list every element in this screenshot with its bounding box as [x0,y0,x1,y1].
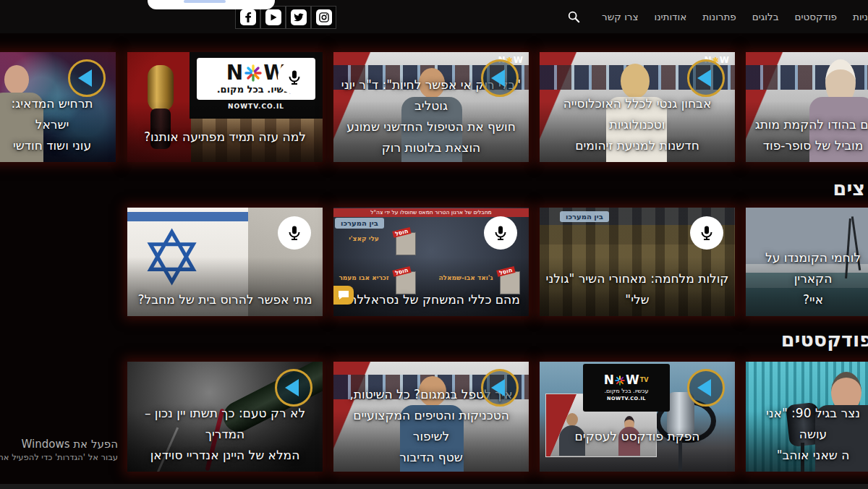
now-logo-site: NOWTV.CO.IL [607,396,646,401]
infographic-name: עלי קאצ'י [335,235,393,242]
now-logo: N [226,63,286,83]
menu-item-programs[interactable]: ניות [853,11,868,22]
video-card[interactable]: N ✱ W "בלי רוק אי אפשר לחיות": ד"ר יוני … [333,52,529,162]
play-button[interactable] [481,369,519,407]
listen-button[interactable] [690,216,723,250]
podcast-card[interactable]: לוחמי הקומנדו על הקארין איי? [746,208,868,316]
video-card[interactable]: N ✱ W אבחון גנטי לכלל האוכלוסייה וטכנולו… [540,52,735,162]
podcast-card[interactable]: מחבלים של ארגון הטרור חמאס שחוסלו על ידי… [333,208,529,316]
twitter-icon [291,9,307,25]
top-navigation-bar: ניות פודקסטים בלוגים פתרונות אודותינו צר… [0,0,868,33]
series-badge: בין המערכו [560,211,609,222]
play-button[interactable] [275,369,312,407]
video-card[interactable]: ים בהודו להקמת מותג מוביל של סופר-פוד [746,52,868,162]
video-card[interactable]: N [127,52,323,162]
menu-item-about[interactable]: אודותינו [654,11,686,22]
card-caption: אבחון גנטי לכלל האוכלוסייה וטכנולוגיות ח… [540,93,735,156]
card-caption: לא רק טעם: כך תשתו יין נכון – המדריך המל… [127,403,323,466]
carousel-row-2: ✡ מתי אפשר להרוס בית של מחבל? מחבלים של … [0,208,868,316]
search-icon [567,10,580,23]
menu-item-solutions[interactable]: פתרונות [702,11,736,22]
play-icon [78,69,92,87]
now-logo-star-icon [244,64,262,82]
podcast-card[interactable]: לא רק טעם: כך תשתו יין נכון – המדריך המל… [127,362,323,472]
podcast-card[interactable]: N W TV [540,362,735,472]
windows-activation-notice: הפעל את Windows עבור אל 'הגדרות' כדי להפ… [0,437,118,463]
video-card[interactable]: תרחיש המדאיג: ישראל עוני ושוד חודשי [0,52,116,162]
instagram-icon [316,9,332,25]
play-button[interactable] [687,369,725,407]
card-caption: קולות מלחמה: מאחורי השיר "גולני שלי" [540,268,735,310]
play-button[interactable] [481,59,519,97]
carousel-row-1: תרחיש המדאיג: ישראל עוני ושוד חודשי N [0,52,868,162]
card-caption: מהם כללי המשחק של נסראללה? [333,289,529,310]
now-logo-panel: N W TV [583,364,670,412]
main-menu: ניות פודקסטים בלוגים פתרונות אודותינו צר… [561,0,868,33]
listen-button[interactable] [278,216,311,250]
now-logo-tv: TV [640,378,649,383]
podcast-card[interactable]: נצר בגיל 90: "אני עושה ה שאני אוהב" [746,362,868,472]
nowtv-homepage: { "brand": { "n": "N", "w": "W", "tv": "… [0,0,868,489]
logo-accent-line [184,0,226,3]
search-button[interactable] [567,10,580,23]
section-title-podcasts: פודקסטים [781,328,868,351]
now-logo: N W TV [604,374,650,386]
listen-button[interactable] [484,216,517,250]
now-logo-w: W [626,374,639,386]
menu-item-contact[interactable]: צרו קשר [602,11,638,22]
card-caption: ים בהודו להקמת מותג מוביל של סופר-פוד [746,114,868,156]
now-logo-tagline: עכשיו. בכל מקום. [604,388,648,394]
podcast-card[interactable]: בין המערכו קולות מלחמה: מאחורי השיר "גול… [540,208,735,316]
youtube-icon [265,9,281,25]
menu-item-blogs[interactable]: בלוגים [752,11,779,22]
play-icon [491,379,505,396]
watermark-w: W [514,55,523,65]
section-title-recommended: צים [833,177,865,200]
series-badge: בין המערכו [335,218,384,229]
facebook-icon [240,9,256,25]
microphone-icon [698,224,715,242]
play-button[interactable] [687,59,725,97]
card-caption: מתי אפשר להרוס בית של מחבל? [127,289,323,310]
instagram-link[interactable] [311,6,336,29]
play-icon [697,379,711,396]
twitter-link[interactable] [286,6,311,29]
play-icon [491,69,505,87]
microphone-icon [286,224,303,242]
play-button[interactable] [68,59,106,97]
card-caption: לוחמי הקומנדו על הקארין איי? [746,247,868,310]
windows-activation-title: הפעל את Windows [0,437,118,451]
microphone-icon [492,224,509,242]
watermark-w: W [720,55,729,65]
listen-button[interactable] [278,61,311,94]
infographic-name: זכריא אבו מעמר [335,274,393,281]
card-caption: תרחיש המדאיג: ישראל עוני ושוד חודשי [0,93,116,156]
menu-item-podcasts[interactable]: פודקסטים [794,11,837,22]
infographic-name: ג'ואד אבו-שמאלה [435,274,497,281]
podcast-card[interactable]: ✡ מתי אפשר להרוס בית של מחבל? [127,208,323,316]
play-icon [285,379,299,396]
site-logo-partial[interactable] [148,0,275,9]
microphone-icon [286,69,303,86]
footer-strip [0,484,868,489]
now-logo-star-icon [615,375,625,386]
podcast-card[interactable]: איך לטפל בגמגום? כל השיטות, הטכניקות והט… [333,362,529,472]
carousel-row-3: לא רק טעם: כך תשתו יין נכון – המדריך המל… [0,362,868,472]
card-caption: הפקת פודקסט לעסקים [540,426,735,447]
card-caption: נצר בגיל 90: "אני עושה ה שאני אוהב" [746,403,868,466]
card-caption: למה עזה תמיד מפתיעה אותנו? [127,127,323,148]
now-logo-n: N [604,374,614,386]
now-logo-n: N [226,63,243,83]
windows-activation-subtitle: עבור אל 'הגדרות' כדי להפעיל את Windows [0,451,118,463]
chat-bubble-icon [333,286,354,305]
play-icon [697,69,711,87]
